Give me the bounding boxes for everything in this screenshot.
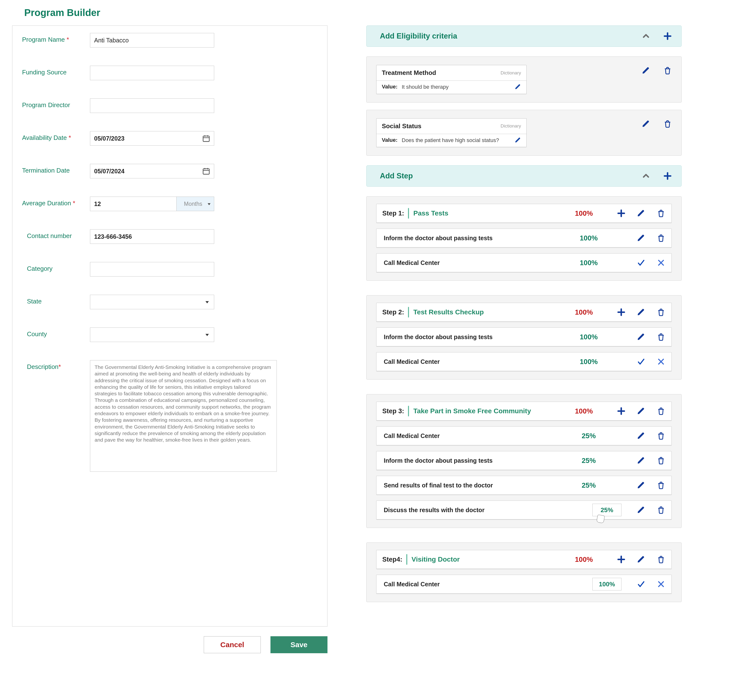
- label-availability-date: Availability Date *: [22, 131, 90, 142]
- trash-icon[interactable]: [657, 209, 665, 217]
- criteria-title: Social Status: [382, 123, 501, 130]
- plus-icon[interactable]: [617, 209, 625, 217]
- close-icon[interactable]: [657, 580, 665, 588]
- pencil-icon[interactable]: [637, 308, 645, 316]
- criteria-value-key: Value:: [382, 84, 399, 90]
- plus-icon[interactable]: [617, 407, 625, 415]
- step-name: Take Part in Smoke Free Community: [413, 407, 568, 415]
- substep-name: Discuss the results with the doctor: [384, 507, 592, 514]
- substep-name: Call Medical Center: [384, 259, 573, 266]
- form-panel: Program Name * Funding Source Program Di…: [12, 25, 327, 626]
- trash-icon[interactable]: [657, 456, 665, 465]
- collapse-icon[interactable]: [642, 32, 650, 40]
- criteria-tag: Dictionary: [501, 123, 521, 129]
- pencil-icon[interactable]: [642, 120, 650, 128]
- avg-duration-input[interactable]: [90, 196, 176, 211]
- pencil-icon[interactable]: [637, 209, 645, 217]
- check-icon[interactable]: [637, 357, 645, 366]
- substep-percent: 25%: [573, 457, 604, 465]
- substep-percent: 100%: [573, 259, 604, 267]
- close-icon[interactable]: [657, 258, 665, 267]
- substep-name: Call Medical Center: [384, 358, 573, 365]
- close-icon[interactable]: [657, 357, 665, 366]
- pencil-icon[interactable]: [637, 234, 645, 242]
- substep-percent: 25%: [573, 432, 604, 440]
- pencil-icon[interactable]: [637, 432, 645, 440]
- substep-row: Inform the doctor about passing tests 25…: [376, 451, 672, 470]
- program-director-input[interactable]: [90, 98, 214, 113]
- substep-row: Inform the doctor about passing tests 10…: [376, 328, 672, 346]
- collapse-icon[interactable]: [642, 172, 650, 180]
- substep-name: Call Medical Center: [384, 433, 573, 439]
- step-label: Step 3:: [382, 408, 404, 415]
- trash-icon[interactable]: [657, 506, 665, 514]
- pencil-icon[interactable]: [642, 66, 650, 75]
- trash-icon[interactable]: [657, 407, 665, 415]
- plus-icon[interactable]: [617, 308, 625, 316]
- avg-duration-unit-label: Months: [184, 201, 202, 207]
- calendar-icon[interactable]: [202, 134, 210, 143]
- avg-duration-unit-select[interactable]: Months: [176, 196, 214, 211]
- trash-icon[interactable]: [657, 333, 665, 341]
- divider: [408, 208, 409, 219]
- substep-percent-input[interactable]: 100%: [592, 578, 622, 591]
- category-input[interactable]: [90, 262, 214, 276]
- step-label: Step 1:: [382, 210, 404, 217]
- step-percent: 100%: [568, 308, 599, 316]
- plus-icon[interactable]: [617, 555, 625, 564]
- calendar-icon[interactable]: [202, 167, 210, 175]
- label-contact-number: Contact number: [22, 229, 90, 240]
- county-select[interactable]: [90, 328, 214, 342]
- substep-name: Call Medical Center: [384, 581, 592, 588]
- pencil-icon[interactable]: [637, 333, 645, 341]
- availability-date-input[interactable]: [90, 131, 214, 146]
- step-block: Step 2: Test Results Checkup 100% Inform…: [366, 295, 682, 380]
- pencil-icon[interactable]: [637, 481, 645, 489]
- pencil-icon[interactable]: [637, 456, 645, 465]
- check-icon[interactable]: [637, 580, 645, 588]
- trash-icon[interactable]: [657, 481, 665, 489]
- step-percent: 100%: [568, 555, 599, 564]
- description-textarea[interactable]: [90, 360, 277, 472]
- label-program-director: Program Director: [22, 98, 90, 109]
- pencil-icon[interactable]: [637, 407, 645, 415]
- substep-percent-input[interactable]: 25%: [592, 504, 622, 516]
- step-block: Step 3: Take Part in Smoke Free Communit…: [366, 394, 682, 528]
- steps-section-header: Add Step: [366, 165, 682, 187]
- step-block: Step4: Visiting Doctor 100% Call Medical…: [366, 542, 682, 602]
- step-name: Pass Tests: [413, 210, 568, 217]
- substep-percent: 100%: [573, 333, 604, 341]
- label-avg-duration: Average Duration *: [22, 196, 90, 207]
- substep-row: Send results of final test to the doctor…: [376, 476, 672, 495]
- trash-icon[interactable]: [657, 308, 665, 316]
- criteria-value: It should be therapy: [402, 84, 512, 90]
- pencil-icon[interactable]: [637, 555, 645, 564]
- pencil-icon[interactable]: [515, 84, 521, 90]
- add-step-button[interactable]: [663, 172, 672, 180]
- trash-icon[interactable]: [657, 234, 665, 242]
- funding-source-input[interactable]: [90, 66, 214, 80]
- substep-row: Discuss the results with the doctor 25%: [376, 501, 672, 520]
- pencil-icon[interactable]: [515, 137, 521, 143]
- check-icon[interactable]: [637, 258, 645, 267]
- program-name-input[interactable]: [90, 33, 214, 47]
- add-eligibility-button[interactable]: [663, 32, 672, 40]
- trash-icon[interactable]: [663, 120, 672, 128]
- label-description: Description*: [22, 360, 90, 371]
- trash-icon[interactable]: [657, 555, 665, 564]
- cancel-button[interactable]: Cancel: [204, 636, 261, 653]
- chevron-down-icon: [206, 334, 209, 336]
- termination-date-input[interactable]: [90, 164, 214, 179]
- substep-percent: 25%: [573, 481, 604, 489]
- pencil-icon[interactable]: [637, 506, 645, 514]
- trash-icon[interactable]: [657, 432, 665, 440]
- trash-icon[interactable]: [663, 66, 672, 75]
- criteria-card: Social Status Dictionary Value: Does the…: [376, 118, 527, 148]
- contact-number-input[interactable]: [90, 229, 214, 244]
- criteria-value: Does the patient have high social status…: [402, 137, 512, 144]
- save-button[interactable]: Save: [271, 636, 327, 653]
- state-select[interactable]: [90, 295, 214, 309]
- criteria-block: Treatment Method Dictionary Value: It sh…: [366, 56, 682, 102]
- eligibility-title: Add Eligibility criteria: [380, 32, 642, 40]
- step-header: Step4: Visiting Doctor 100%: [376, 550, 672, 569]
